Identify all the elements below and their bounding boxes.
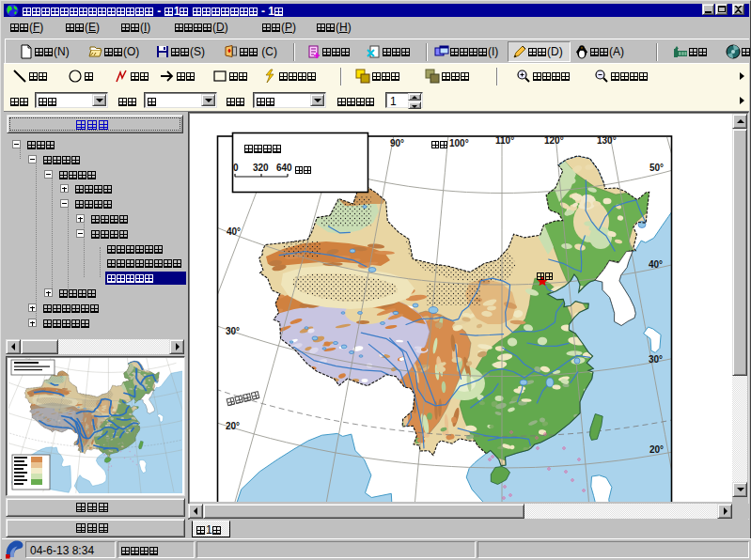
svg-text:50°: 50° xyxy=(649,163,664,173)
svg-text:30°: 30° xyxy=(226,326,240,336)
svg-text:20°: 20° xyxy=(649,444,664,455)
svg-text:110°: 110° xyxy=(495,135,514,146)
svg-text:0: 0 xyxy=(233,163,239,173)
svg-text:640: 640 xyxy=(276,163,292,173)
svg-text:90°: 90° xyxy=(390,138,404,148)
svg-text:100°: 100° xyxy=(449,138,469,148)
svg-text:130°: 130° xyxy=(597,135,617,146)
svg-text:40°: 40° xyxy=(227,226,241,237)
svg-text:40°: 40° xyxy=(649,259,663,270)
svg-text:320: 320 xyxy=(253,163,269,173)
svg-text:120°: 120° xyxy=(544,135,564,146)
svg-text:30°: 30° xyxy=(649,354,663,365)
svg-text:20°: 20° xyxy=(226,421,240,431)
